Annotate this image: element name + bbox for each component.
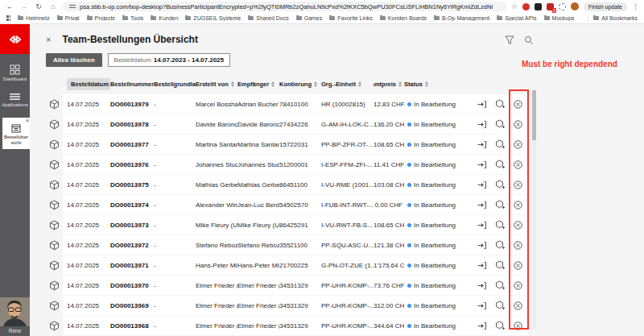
- add-package-icon[interactable]: [495, 119, 505, 129]
- add-package-icon[interactable]: [495, 99, 505, 109]
- open-order-icon[interactable]: [477, 201, 486, 209]
- bookmark-item[interactable]: Projects: [87, 15, 115, 21]
- tab-groups-icon[interactable]: [6, 15, 10, 21]
- table-row[interactable]: 14.07.2025 DO00013971 - Hans-Peter Mila.…: [46, 255, 644, 275]
- column-header-status[interactable]: Status: [404, 81, 469, 88]
- cancel-order-icon[interactable]: [514, 180, 522, 189]
- site-info-icon[interactable]: [69, 4, 76, 9]
- cell-bestellnummer[interactable]: DO00013975: [110, 181, 154, 189]
- cancel-order-icon[interactable]: [514, 100, 522, 109]
- add-package-icon[interactable]: [495, 301, 505, 310]
- cell-bestellnummer[interactable]: DO00013972: [110, 242, 154, 249]
- table-row[interactable]: 14.07.2025 DO00013973 - Mike Fleury (U2.…: [46, 215, 644, 234]
- sidebar-user[interactable]: Rene: [0, 297, 30, 336]
- cell-bestellnummer[interactable]: DO00013976: [110, 161, 154, 168]
- close-view-icon[interactable]: ×: [46, 35, 51, 44]
- cell-bestellnummer[interactable]: DO00013979: [110, 101, 154, 108]
- table-row[interactable]: 14.07.2025 DO00013976 - Johannes Stuck..…: [46, 155, 644, 174]
- column-header-kontierung[interactable]: Kontierung: [279, 81, 321, 88]
- column-header-bestellnummer[interactable]: Bestellnummer: [110, 81, 154, 88]
- cell-bestellnummer[interactable]: DO00013970: [110, 282, 154, 289]
- add-package-icon[interactable]: [495, 160, 505, 169]
- sort-icon[interactable]: [271, 81, 275, 87]
- cell-bestellnummer[interactable]: DO00013968: [110, 322, 154, 330]
- add-package-icon[interactable]: [495, 200, 505, 209]
- open-order-icon[interactable]: [477, 241, 486, 250]
- sidebar-item-applications[interactable]: Applications: [0, 93, 30, 108]
- open-order-icon[interactable]: [477, 140, 486, 149]
- table-row[interactable]: 14.07.2025 DO00013972 - Stefano Rebozz..…: [46, 235, 644, 255]
- open-order-icon[interactable]: [477, 301, 486, 310]
- cancel-order-icon[interactable]: [514, 321, 522, 330]
- cell-bestellnummer[interactable]: DO00013974: [110, 201, 154, 209]
- home-icon[interactable]: ⌂: [48, 2, 58, 10]
- table-row[interactable]: 14.07.2025 DO00013969 - Elmer Frieder (U…: [46, 296, 644, 315]
- open-order-icon[interactable]: [477, 221, 486, 230]
- table-row[interactable]: 14.07.2025 DO00013975 - Mathias Gerber .…: [46, 175, 644, 194]
- bookmark-item[interactable]: Tools: [122, 15, 143, 21]
- open-order-icon[interactable]: [477, 160, 486, 169]
- cancel-order-icon[interactable]: [514, 140, 522, 149]
- bookmark-item[interactable]: Mockups: [544, 15, 575, 21]
- back-icon[interactable]: ←: [5, 2, 14, 10]
- sort-icon[interactable]: [358, 81, 361, 87]
- sort-icon[interactable]: [425, 81, 428, 87]
- bookmark-star-icon[interactable]: ☆: [511, 2, 518, 10]
- bookmark-item[interactable]: Kunden: [151, 15, 178, 21]
- table-row[interactable]: 14.07.2025 DO00013974 - Alexander Wim...…: [46, 195, 644, 214]
- bookmark-item[interactable]: ZUGSEIL Systeme: [185, 15, 241, 21]
- close-tab-icon[interactable]: ×: [26, 118, 29, 123]
- cancel-order-icon[interactable]: [514, 201, 522, 209]
- table-row[interactable]: 14.07.2025 DO00013968 - Elmer Frieder (U…: [46, 316, 644, 335]
- column-header-bestelldatum[interactable]: Bestelldatum: [67, 78, 110, 90]
- cancel-order-icon[interactable]: [514, 120, 522, 129]
- column-header-bestellgrundlage[interactable]: Bestellgrundlage: [154, 81, 196, 88]
- browser-menu-icon[interactable]: ⋮: [632, 2, 639, 10]
- cancel-order-icon[interactable]: [514, 261, 522, 270]
- all-bookmarks-button[interactable]: All Bookmarks: [593, 15, 638, 21]
- reload-icon[interactable]: ↻: [34, 2, 43, 10]
- sidebar-tab-bestelluebersicht[interactable]: × Bestellübersicht: [2, 118, 30, 149]
- cell-bestellnummer[interactable]: DO00013971: [110, 262, 154, 269]
- browser-profile-avatar[interactable]: [571, 2, 579, 10]
- table-row[interactable]: 14.07.2025 DO00013978 - Davide Baronch..…: [46, 114, 644, 134]
- address-bar[interactable]: psa.sbb.b-op.com/bop-desktop?BusinessPar…: [63, 2, 506, 11]
- extension-icon-red[interactable]: [522, 3, 530, 10]
- filter-funnel-icon[interactable]: [505, 35, 514, 45]
- cancel-order-icon[interactable]: [514, 221, 522, 230]
- table-scrollbar[interactable]: [532, 90, 536, 329]
- column-header-org-einheit[interactable]: Org.-Einheit: [321, 81, 374, 88]
- date-filter-chip[interactable]: Bestelldatum 14.07.2023 - 14.07.2025: [108, 53, 230, 67]
- cell-bestellnummer[interactable]: DO00013977: [110, 141, 154, 148]
- open-order-icon[interactable]: [477, 180, 486, 189]
- forward-icon[interactable]: →: [19, 2, 29, 10]
- cell-bestellnummer[interactable]: DO00013978: [110, 121, 154, 128]
- bookmark-item[interactable]: B-Op Management: [434, 15, 489, 21]
- add-package-icon[interactable]: [495, 220, 505, 230]
- add-package-icon[interactable]: [495, 260, 505, 270]
- sbb-logo[interactable]: [0, 24, 30, 54]
- bookmark-item[interactable]: Kunden Boards: [380, 15, 427, 21]
- table-row[interactable]: 14.07.2025 DO00013970 - Elmer Frieder (U…: [46, 276, 644, 295]
- bookmark-item[interactable]: Shared Docs: [248, 15, 288, 21]
- bookmark-item[interactable]: Special APIs: [497, 15, 536, 21]
- cell-bestellnummer[interactable]: DO00013969: [110, 302, 154, 309]
- cancel-order-icon[interactable]: [514, 281, 522, 290]
- add-package-icon[interactable]: [495, 280, 505, 290]
- sort-icon[interactable]: [314, 81, 317, 87]
- open-order-icon[interactable]: [477, 261, 486, 270]
- open-order-icon[interactable]: [477, 120, 486, 129]
- cell-bestellnummer[interactable]: DO00013973: [110, 222, 154, 229]
- add-package-icon[interactable]: [495, 180, 505, 189]
- add-package-icon[interactable]: [495, 321, 505, 330]
- add-package-icon[interactable]: [495, 139, 505, 149]
- finish-update-button[interactable]: Finish update: [584, 2, 627, 11]
- column-header-erstellt-von[interactable]: Erstellt von: [196, 81, 237, 88]
- table-row[interactable]: 14.07.2025 DO00013977 - Martina Santan..…: [46, 135, 644, 154]
- bookmark-item[interactable]: Privat: [57, 15, 80, 21]
- scrollbar-thumb[interactable]: [532, 90, 536, 140]
- bookmark-item[interactable]: Games: [296, 15, 323, 21]
- open-order-icon[interactable]: [477, 281, 486, 290]
- add-package-icon[interactable]: [495, 240, 505, 250]
- bookmark-item[interactable]: Favorite Links: [329, 15, 373, 21]
